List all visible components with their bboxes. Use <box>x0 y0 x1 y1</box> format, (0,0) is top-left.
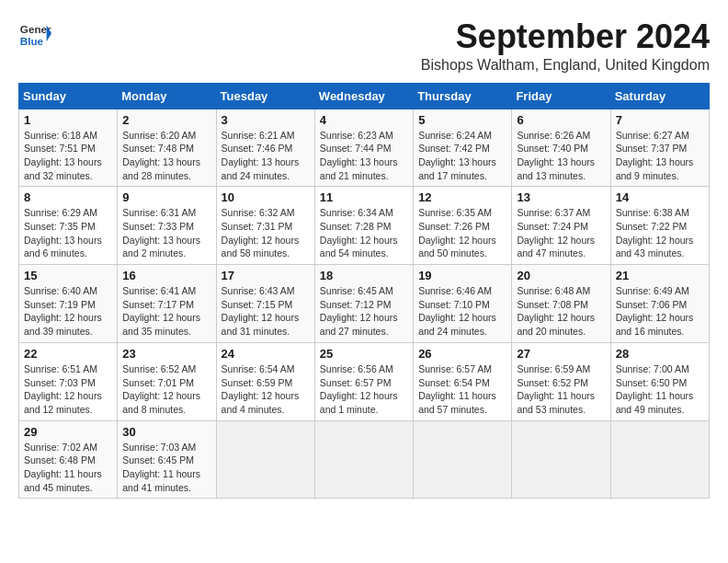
page-header: General Blue September 2024 Bishops Walt… <box>18 18 710 74</box>
calendar-cell: 14Sunrise: 6:38 AMSunset: 7:22 PMDayligh… <box>610 187 709 265</box>
day-number: 11 <box>320 190 408 204</box>
calendar-cell <box>414 420 512 499</box>
day-number: 27 <box>517 347 605 361</box>
calendar-cell <box>216 420 314 499</box>
calendar-cell: 3Sunrise: 6:21 AMSunset: 7:46 PMDaylight… <box>216 109 314 187</box>
day-info: Sunrise: 7:02 AMSunset: 6:48 PMDaylight:… <box>24 441 112 495</box>
day-number: 2 <box>122 113 210 127</box>
calendar-cell: 1Sunrise: 6:18 AMSunset: 7:51 PMDaylight… <box>19 109 118 187</box>
day-number: 6 <box>517 113 605 127</box>
day-number: 5 <box>418 113 506 127</box>
calendar-cell: 7Sunrise: 6:27 AMSunset: 7:37 PMDaylight… <box>610 109 709 187</box>
day-info: Sunrise: 6:23 AMSunset: 7:44 PMDaylight:… <box>320 129 408 183</box>
day-info: Sunrise: 7:03 AMSunset: 6:45 PMDaylight:… <box>122 441 210 495</box>
calendar-cell <box>610 420 709 499</box>
calendar-table: SundayMondayTuesdayWednesdayThursdayFrid… <box>18 83 710 500</box>
day-info: Sunrise: 6:54 AMSunset: 6:59 PMDaylight:… <box>222 362 310 417</box>
logo: General Blue <box>18 18 51 52</box>
calendar-cell: 17Sunrise: 6:43 AMSunset: 7:15 PMDayligh… <box>216 265 314 343</box>
title-block: September 2024 Bishops Waltham, England,… <box>421 18 710 74</box>
day-number: 8 <box>24 190 112 204</box>
day-info: Sunrise: 6:29 AMSunset: 7:35 PMDaylight:… <box>24 206 112 260</box>
month-title: September 2024 <box>421 18 710 55</box>
day-info: Sunrise: 6:41 AMSunset: 7:17 PMDaylight:… <box>122 284 210 339</box>
day-info: Sunrise: 6:57 AMSunset: 6:54 PMDaylight:… <box>418 362 506 417</box>
day-info: Sunrise: 6:43 AMSunset: 7:15 PMDaylight:… <box>222 284 310 339</box>
calendar-week-3: 15Sunrise: 6:40 AMSunset: 7:19 PMDayligh… <box>19 265 710 343</box>
day-number: 29 <box>24 425 112 439</box>
day-number: 12 <box>418 190 506 204</box>
day-info: Sunrise: 6:18 AMSunset: 7:51 PMDaylight:… <box>24 129 112 183</box>
weekday-header-friday: Friday <box>512 83 610 109</box>
weekday-header-tuesday: Tuesday <box>216 83 314 109</box>
day-info: Sunrise: 6:21 AMSunset: 7:46 PMDaylight:… <box>222 129 310 183</box>
day-info: Sunrise: 6:32 AMSunset: 7:31 PMDaylight:… <box>222 206 310 260</box>
day-number: 10 <box>222 190 310 204</box>
calendar-cell: 19Sunrise: 6:46 AMSunset: 7:10 PMDayligh… <box>414 265 512 343</box>
calendar-cell: 15Sunrise: 6:40 AMSunset: 7:19 PMDayligh… <box>19 265 118 343</box>
day-number: 24 <box>222 347 310 361</box>
day-info: Sunrise: 6:40 AMSunset: 7:19 PMDaylight:… <box>24 284 112 339</box>
day-number: 7 <box>616 113 704 127</box>
calendar-week-4: 22Sunrise: 6:51 AMSunset: 7:03 PMDayligh… <box>19 342 710 420</box>
calendar-cell: 27Sunrise: 6:59 AMSunset: 6:52 PMDayligh… <box>512 342 610 420</box>
calendar-cell: 11Sunrise: 6:34 AMSunset: 7:28 PMDayligh… <box>314 187 413 265</box>
day-info: Sunrise: 6:26 AMSunset: 7:40 PMDaylight:… <box>517 129 605 183</box>
day-number: 30 <box>122 425 210 439</box>
day-number: 9 <box>122 190 210 204</box>
day-info: Sunrise: 6:35 AMSunset: 7:26 PMDaylight:… <box>418 206 506 260</box>
calendar-cell: 6Sunrise: 6:26 AMSunset: 7:40 PMDaylight… <box>512 109 610 187</box>
day-number: 17 <box>222 269 310 282</box>
svg-text:Blue: Blue <box>20 35 44 47</box>
calendar-cell: 16Sunrise: 6:41 AMSunset: 7:17 PMDayligh… <box>118 265 216 343</box>
weekday-header-wednesday: Wednesday <box>314 83 413 109</box>
calendar-cell: 20Sunrise: 6:48 AMSunset: 7:08 PMDayligh… <box>512 265 610 343</box>
calendar-cell: 24Sunrise: 6:54 AMSunset: 6:59 PMDayligh… <box>216 342 314 420</box>
day-info: Sunrise: 7:00 AMSunset: 6:50 PMDaylight:… <box>616 362 704 417</box>
calendar-cell: 28Sunrise: 7:00 AMSunset: 6:50 PMDayligh… <box>610 342 709 420</box>
day-number: 14 <box>616 190 704 204</box>
calendar-cell: 5Sunrise: 6:24 AMSunset: 7:42 PMDaylight… <box>414 109 512 187</box>
calendar-cell: 13Sunrise: 6:37 AMSunset: 7:24 PMDayligh… <box>512 187 610 265</box>
calendar-cell: 12Sunrise: 6:35 AMSunset: 7:26 PMDayligh… <box>414 187 512 265</box>
calendar-cell: 23Sunrise: 6:52 AMSunset: 7:01 PMDayligh… <box>118 342 216 420</box>
calendar-cell: 9Sunrise: 6:31 AMSunset: 7:33 PMDaylight… <box>118 187 216 265</box>
day-info: Sunrise: 6:45 AMSunset: 7:12 PMDaylight:… <box>320 284 408 339</box>
day-info: Sunrise: 6:24 AMSunset: 7:42 PMDaylight:… <box>418 129 506 183</box>
day-info: Sunrise: 6:59 AMSunset: 6:52 PMDaylight:… <box>517 362 605 417</box>
day-info: Sunrise: 6:49 AMSunset: 7:06 PMDaylight:… <box>616 284 704 339</box>
day-info: Sunrise: 6:46 AMSunset: 7:10 PMDaylight:… <box>418 284 506 339</box>
calendar-cell <box>512 420 610 499</box>
logo-icon: General Blue <box>18 18 51 52</box>
day-info: Sunrise: 6:52 AMSunset: 7:01 PMDaylight:… <box>122 362 210 417</box>
calendar-cell: 29Sunrise: 7:02 AMSunset: 6:48 PMDayligh… <box>19 420 118 499</box>
day-info: Sunrise: 6:31 AMSunset: 7:33 PMDaylight:… <box>122 206 210 260</box>
day-number: 28 <box>616 347 704 361</box>
day-number: 23 <box>122 347 210 361</box>
calendar-cell: 30Sunrise: 7:03 AMSunset: 6:45 PMDayligh… <box>118 420 216 499</box>
weekday-header-monday: Monday <box>118 83 216 109</box>
calendar-cell: 26Sunrise: 6:57 AMSunset: 6:54 PMDayligh… <box>414 342 512 420</box>
calendar-cell: 25Sunrise: 6:56 AMSunset: 6:57 PMDayligh… <box>314 342 413 420</box>
day-info: Sunrise: 6:48 AMSunset: 7:08 PMDaylight:… <box>517 284 605 339</box>
calendar-week-5: 29Sunrise: 7:02 AMSunset: 6:48 PMDayligh… <box>19 420 710 499</box>
day-number: 25 <box>320 347 408 361</box>
calendar-cell: 2Sunrise: 6:20 AMSunset: 7:48 PMDaylight… <box>118 109 216 187</box>
day-number: 3 <box>222 113 310 127</box>
day-number: 13 <box>517 190 605 204</box>
calendar-cell: 22Sunrise: 6:51 AMSunset: 7:03 PMDayligh… <box>19 342 118 420</box>
weekday-header-saturday: Saturday <box>610 83 709 109</box>
calendar-cell: 4Sunrise: 6:23 AMSunset: 7:44 PMDaylight… <box>314 109 413 187</box>
day-number: 15 <box>24 269 112 282</box>
calendar-cell: 21Sunrise: 6:49 AMSunset: 7:06 PMDayligh… <box>610 265 709 343</box>
day-info: Sunrise: 6:34 AMSunset: 7:28 PMDaylight:… <box>320 206 408 260</box>
weekday-header-row: SundayMondayTuesdayWednesdayThursdayFrid… <box>19 83 710 109</box>
weekday-header-sunday: Sunday <box>19 83 118 109</box>
day-info: Sunrise: 6:51 AMSunset: 7:03 PMDaylight:… <box>24 362 112 417</box>
weekday-header-thursday: Thursday <box>414 83 512 109</box>
day-number: 20 <box>517 269 605 282</box>
day-number: 21 <box>616 269 704 282</box>
calendar-cell <box>314 420 413 499</box>
location-subtitle: Bishops Waltham, England, United Kingdom <box>421 57 710 74</box>
day-info: Sunrise: 6:20 AMSunset: 7:48 PMDaylight:… <box>122 129 210 183</box>
